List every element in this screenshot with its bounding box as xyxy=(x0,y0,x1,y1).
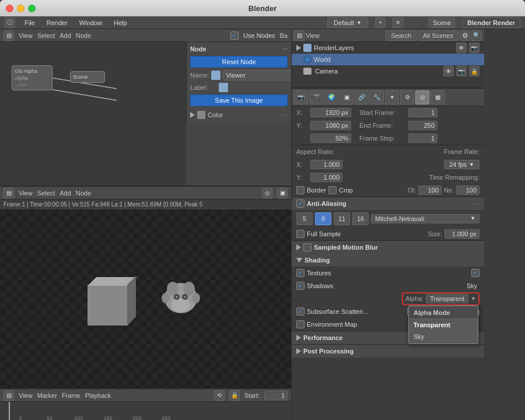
all-scenes-button[interactable]: All Scenes xyxy=(418,30,459,41)
post-processing-header[interactable]: Post Processing xyxy=(292,345,484,358)
search-icon-button[interactable]: 🔍 xyxy=(471,30,482,41)
close-button[interactable] xyxy=(6,5,13,12)
viewport-display-button[interactable]: ◎ xyxy=(262,188,272,198)
subsurface-label: Subsurface Scatteri... xyxy=(307,308,368,315)
start-frame-value[interactable] xyxy=(408,108,438,117)
menu-window[interactable]: Window xyxy=(77,18,104,27)
render-props-button[interactable]: 📷 xyxy=(294,90,308,104)
minimize-button[interactable] xyxy=(17,5,24,12)
search-button[interactable]: Search xyxy=(386,30,416,41)
frame-step-input[interactable] xyxy=(408,134,438,143)
right-panel-icon[interactable]: ▤ xyxy=(294,30,304,41)
crop-checkbox[interactable] xyxy=(328,186,337,194)
render-layers-visibility[interactable]: 👁 xyxy=(456,43,467,53)
outliner-render-layers[interactable]: RenderLayers 👁 📷 xyxy=(292,42,484,54)
aa-algo-dropdown[interactable]: Mitchell-Netravali ▼ xyxy=(371,214,480,223)
timeline-play-button[interactable]: ⟲ xyxy=(214,390,225,401)
anti-aliasing-header[interactable]: Anti-Aliasing ··· xyxy=(292,197,484,210)
size-input[interactable] xyxy=(444,229,480,239)
texture-button[interactable]: ▦ xyxy=(430,90,444,104)
percent-input[interactable] xyxy=(310,134,351,143)
aa-11-button[interactable]: 11 xyxy=(334,212,350,225)
alpha-sky-option[interactable]: Sky xyxy=(409,331,478,342)
constraints-button[interactable]: 🔗 xyxy=(355,90,369,104)
view-btn[interactable]: View xyxy=(306,32,320,39)
motion-blur-header[interactable]: Sampled Motion Blur xyxy=(292,241,484,254)
start-frame-input[interactable] xyxy=(264,391,288,400)
subsurface-checkbox[interactable] xyxy=(296,307,304,316)
timeline-lock-button[interactable]: 🔒 xyxy=(229,390,240,401)
outliner: RenderLayers 👁 📷 World Camera 👁 📷 xyxy=(292,42,484,89)
timeline-icon-button[interactable]: ▤ xyxy=(4,390,14,401)
color-swatch-icon xyxy=(197,111,205,119)
alpha-mode-dropdown[interactable]: Alpha Mode Transparent Sky xyxy=(408,305,478,344)
use-nodes-checkbox[interactable] xyxy=(230,32,239,40)
scene-props-button[interactable]: 🎬 xyxy=(309,90,323,104)
full-sample-checkbox[interactable] xyxy=(296,230,304,238)
scene-node[interactable]: Scene xyxy=(70,71,105,83)
cube-object xyxy=(88,273,140,326)
aa-checkbox[interactable] xyxy=(296,200,304,208)
ne-input[interactable] xyxy=(456,186,480,195)
motion-blur-checkbox[interactable] xyxy=(303,243,312,251)
aa-16-button[interactable]: 16 xyxy=(352,212,369,225)
alpha-transparent-option[interactable]: Transparent xyxy=(409,319,478,331)
modifier-button[interactable]: 🔧 xyxy=(370,90,384,104)
add-layout-button[interactable]: + xyxy=(375,18,386,28)
renderer-button[interactable]: Blender Render xyxy=(462,18,520,28)
end-frame-input[interactable] xyxy=(408,121,438,130)
node-view-button[interactable]: ▤ xyxy=(4,30,14,41)
full-sample-row: Full Sample Size: xyxy=(292,228,484,240)
camera-render-vis[interactable]: 📷 xyxy=(456,66,467,76)
aspect-y-input[interactable] xyxy=(310,173,342,182)
alpha-row: Alpha: Transparent ▼ xyxy=(292,292,484,305)
render-layers-render[interactable]: 📷 xyxy=(469,43,480,53)
textures-checkbox[interactable] xyxy=(296,269,304,277)
shadows-checkbox[interactable] xyxy=(296,282,304,290)
scene-settings-button[interactable]: ⚙ xyxy=(460,30,470,41)
menu-render[interactable]: Render xyxy=(44,18,70,27)
maximize-button[interactable] xyxy=(28,5,36,12)
shading-header[interactable]: Shading xyxy=(292,254,484,267)
timeline-ruler[interactable]: 0 50 100 150 200 250 xyxy=(0,402,291,420)
scene-selector[interactable]: Scene xyxy=(429,18,455,28)
title-bar: Blender xyxy=(0,0,525,16)
world-props-button[interactable]: 🌍 xyxy=(324,90,338,104)
name-input[interactable] xyxy=(223,70,291,80)
framerate-dropdown[interactable]: 24 fps ▼ xyxy=(444,160,480,169)
layout-selector[interactable]: Default ▼ xyxy=(327,18,368,28)
ol-input[interactable] xyxy=(418,186,442,195)
reset-node-button[interactable]: Reset Node xyxy=(190,56,288,68)
camera-render-lock[interactable]: 🔒 xyxy=(469,66,480,76)
resolution-y-input[interactable] xyxy=(310,121,351,130)
resolution-x-input[interactable] xyxy=(310,108,351,117)
env-map-checkbox[interactable] xyxy=(296,320,304,328)
alpha-field[interactable]: Alpha: Transparent ▼ xyxy=(402,292,480,305)
ne-label: Ne: xyxy=(444,187,454,194)
menu-help[interactable]: Help xyxy=(111,18,130,27)
border-checkbox[interactable] xyxy=(296,186,304,194)
node-editor-toolbar: ▤ View Select Add Node Use Nodes Ba xyxy=(0,29,291,42)
aspect-x-input[interactable] xyxy=(310,160,342,169)
camera-visibility[interactable]: 👁 xyxy=(443,66,454,76)
outliner-world[interactable]: World xyxy=(292,54,484,65)
physics-button[interactable]: ⚙ xyxy=(400,90,414,104)
node-canvas[interactable]: Glo Alpha Alpha 1.000 Scene xyxy=(0,42,186,186)
viewport-node-label: Node xyxy=(76,190,91,197)
remove-layout-button[interactable]: ✕ xyxy=(393,18,403,28)
material-button[interactable]: ◎ xyxy=(415,90,429,104)
textures-checkbox-2[interactable] xyxy=(471,269,480,277)
save-image-button[interactable]: Save This Image xyxy=(190,94,288,106)
aa-8-button[interactable]: 8 xyxy=(315,212,331,225)
particles-button[interactable]: ✦ xyxy=(385,90,399,104)
viewport-canvas[interactable] xyxy=(0,210,291,388)
outliner-camera[interactable]: Camera 👁 📷 🔒 xyxy=(292,65,484,77)
menu-file[interactable]: File xyxy=(22,18,37,27)
viewport-render-button[interactable]: ▣ xyxy=(277,188,288,198)
aa-5-button[interactable]: 5 xyxy=(296,212,313,225)
object-props-button[interactable]: ▣ xyxy=(340,90,354,104)
info-button[interactable]: ⓘ xyxy=(5,18,15,28)
viewport-icon-button[interactable]: ▤ xyxy=(4,188,14,198)
glo-alpha-node[interactable]: Glo Alpha Alpha 1.000 xyxy=(12,65,52,90)
alpha-value[interactable]: Transparent xyxy=(426,294,468,303)
